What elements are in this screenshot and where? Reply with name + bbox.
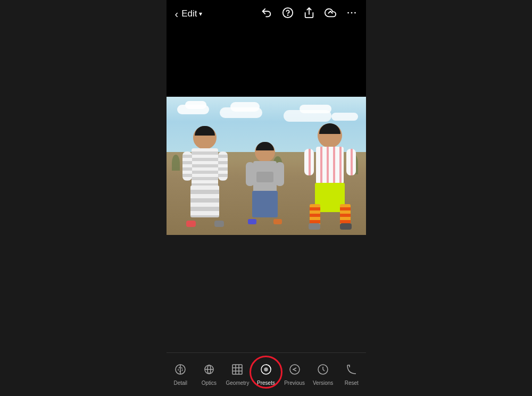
- child-3-head: [318, 123, 342, 148]
- child-1-torso: [192, 148, 218, 188]
- child-3-arm-left: [304, 149, 314, 175]
- toolbar-item-previous[interactable]: Previous: [280, 359, 309, 390]
- geometry-icon: [231, 363, 244, 378]
- child-2-torso: [253, 161, 277, 193]
- versions-label: Versions: [313, 380, 333, 386]
- reset-icon: [345, 363, 358, 378]
- previous-label: Previous: [284, 380, 305, 386]
- presets-icon: [260, 363, 272, 378]
- child-1-pants: [190, 186, 219, 217]
- back-button[interactable]: ‹: [175, 8, 179, 20]
- toolbar-item-presets[interactable]: Presets: [252, 359, 280, 390]
- child-1-arm-left: [182, 151, 192, 181]
- child-3: [302, 123, 358, 230]
- presets-label: Presets: [257, 380, 275, 386]
- toolbar-item-detail[interactable]: Detail: [167, 359, 195, 390]
- optics-icon: [203, 363, 215, 378]
- cloud-2: [185, 101, 206, 109]
- desktop-background-right: [366, 0, 533, 396]
- previous-icon: [288, 363, 301, 378]
- cloud-7: [331, 113, 358, 121]
- photo-scene: [167, 97, 366, 235]
- child-2-hair: [256, 142, 274, 150]
- child-1-head: [193, 126, 217, 149]
- child-2-logo: [256, 172, 273, 182]
- cloud-6: [300, 105, 331, 113]
- svg-rect-12: [232, 365, 242, 374]
- cloud-4: [230, 102, 260, 112]
- toolbar-item-reset[interactable]: Reset: [337, 359, 366, 390]
- child-2-jeans: [252, 191, 278, 217]
- svg-point-19: [290, 365, 300, 374]
- child-1-shoe-right: [214, 221, 224, 227]
- reset-label: Reset: [345, 380, 359, 386]
- grass-1: [172, 155, 180, 171]
- svg-point-1: [287, 15, 288, 15]
- child-3-shoe-left: [309, 223, 320, 230]
- toolbar-item-optics[interactable]: Optics: [195, 359, 223, 390]
- child-2-arm-right: [276, 162, 284, 186]
- edit-dropdown[interactable]: Edit ▾: [181, 9, 202, 19]
- child-1-arm-right: [218, 151, 228, 181]
- edit-chevron-icon: ▾: [199, 10, 202, 18]
- optics-label: Optics: [202, 380, 217, 386]
- child-2: [244, 142, 286, 224]
- detail-icon: [174, 363, 187, 378]
- child-2-head: [255, 142, 275, 162]
- child-3-hair: [319, 123, 340, 134]
- edit-label: Edit: [181, 9, 197, 19]
- black-top-area: [167, 28, 366, 97]
- share-icon[interactable]: [303, 7, 315, 21]
- header: ‹ Edit ▾: [167, 0, 366, 28]
- help-icon[interactable]: [282, 7, 294, 21]
- header-right: [261, 7, 358, 21]
- toolbar-item-versions[interactable]: Versions: [309, 359, 337, 390]
- svg-point-3: [347, 12, 349, 13]
- child-3-leg-right: [340, 204, 351, 225]
- black-bottom-area: [167, 235, 366, 352]
- child-2-shoe-right: [273, 219, 282, 224]
- child-3-torso: [316, 147, 344, 184]
- child-3-leg-left: [310, 204, 320, 225]
- bottom-toolbar: Detail Optics: [167, 352, 366, 396]
- header-left: ‹ Edit ▾: [175, 8, 203, 20]
- cloud-sync-icon[interactable]: [325, 7, 336, 21]
- child-1-hair: [195, 126, 215, 136]
- svg-point-5: [354, 12, 356, 13]
- undo-icon[interactable]: [261, 7, 272, 21]
- child-1: [180, 126, 230, 227]
- child-2-arm-left: [246, 162, 254, 186]
- child-3-arm-right: [346, 149, 356, 175]
- geometry-label: Geometry: [226, 380, 249, 386]
- svg-point-4: [351, 12, 352, 13]
- svg-point-18: [264, 368, 268, 371]
- toolbar-item-geometry[interactable]: Geometry: [223, 359, 252, 390]
- child-3-shoe-right: [340, 223, 352, 230]
- child-2-shoe-left: [248, 219, 256, 224]
- photo-display: [167, 97, 366, 235]
- child-1-shoe-left: [186, 221, 196, 227]
- content-area: [167, 28, 366, 352]
- app-container: ‹ Edit ▾: [167, 0, 366, 396]
- desktop-background-left: [0, 0, 167, 396]
- detail-label: Detail: [174, 380, 188, 386]
- versions-icon: [317, 363, 329, 378]
- more-icon[interactable]: [346, 7, 358, 21]
